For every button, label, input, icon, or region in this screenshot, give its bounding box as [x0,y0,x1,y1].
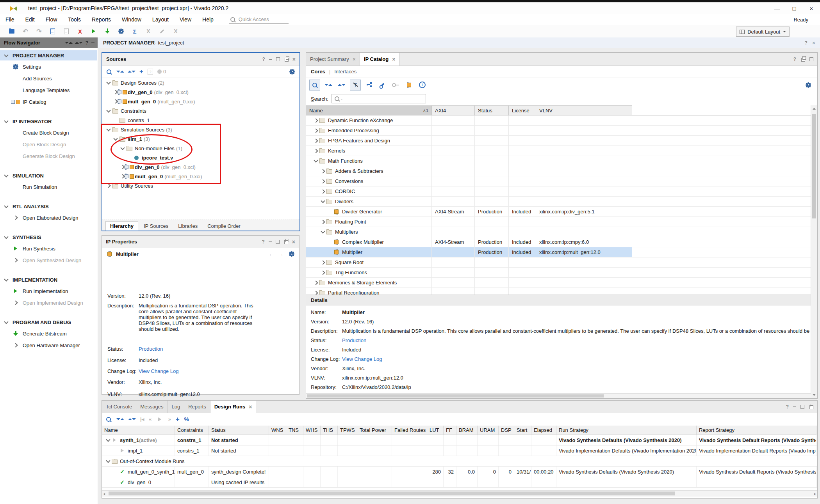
toolbar-redo-button[interactable]: ↷ [33,26,45,36]
chevron-right-icon[interactable] [106,183,111,188]
float-panel-icon[interactable] [801,58,805,62]
tree-item-div-gen-0[interactable]: div_gen_0(div_gen_0.xci) [102,87,299,97]
chevron-right-icon[interactable] [321,270,325,275]
tree-item-div-gen-0[interactable]: div_gen_0(div_gen_0.xci) [102,162,299,172]
chevron-down-icon[interactable] [321,229,325,233]
tab-hierarchy[interactable]: Hierarchy [105,221,138,231]
float-panel-icon[interactable] [284,240,288,244]
catalog-row-kernels[interactable]: Kernels [306,146,811,156]
float-panel-icon[interactable] [285,58,289,62]
tree-item-utility-sources[interactable]: Utility Sources [102,181,299,190]
field-value[interactable]: Production [139,346,163,352]
chevron-down-icon[interactable] [106,80,111,84]
filter-off-icon[interactable] [350,80,361,91]
tab-ip-sources[interactable]: IP Sources [139,222,173,231]
toolbar-validate-button[interactable]: X [142,26,155,36]
tree-item-ipcore-test-v[interactable]: ipcore_test.v [102,153,299,162]
tree-item-non-module-files[interactable]: Non-module Files(1) [102,144,299,153]
column-header-tns[interactable]: TNS [286,426,303,435]
help-icon[interactable]: ? [262,239,264,245]
catalog-row-math-functions[interactable]: Math Functions [306,156,811,166]
chevron-right-icon[interactable] [321,260,325,264]
sidebar-section-synthesis[interactable]: SYNTHESIS [0,232,97,242]
catalog-row-trig-functions[interactable]: Trig Functions [306,268,811,278]
menu-window[interactable]: Window [116,16,147,23]
run-row-synth-1[interactable]: synth_1 (active)constrs_1Not startedViva… [102,435,817,445]
column-header-tpws[interactable]: TPWS [338,426,357,435]
column-header-failed-routes[interactable]: Failed Routes [392,426,427,435]
search-input[interactable]: - [332,94,426,103]
catalog-row-multiplier[interactable]: MultiplierProductionIncludedxilinx.com:i… [306,247,811,257]
maximize-button[interactable]: □ [786,5,803,12]
menu-reports[interactable]: Reports [86,16,116,23]
catalog-row-adders-subtracters[interactable]: Adders & Subtracters [306,166,811,176]
maximize-panel-icon[interactable] [276,57,280,61]
percent-icon[interactable]: % [184,416,189,422]
column-header-total-power[interactable]: Total Power [357,426,392,435]
tree-item-constraints[interactable]: Constraints [102,106,299,115]
chevron-right-icon[interactable] [321,189,325,193]
menu-help[interactable]: Help [197,16,219,23]
tab-cores[interactable]: Cores [311,69,325,75]
collapse-all-icon[interactable] [65,39,72,46]
sidebar-item-open-synthesized-design[interactable]: Open Synthesized Design [0,255,97,265]
toolbar-clear-button[interactable]: X [169,26,182,36]
close-icon[interactable]: × [812,40,815,46]
search-icon[interactable] [105,68,112,75]
catalog-row-embedded-processing[interactable]: Embedded Processing [306,126,811,136]
customize-wrench-icon[interactable] [377,80,387,90]
tree-item-sim-1[interactable]: sim_1(3) [102,134,299,144]
collapse-all-icon[interactable] [117,68,124,75]
chevron-down-icon[interactable] [4,173,8,177]
tab-compile-order[interactable]: Compile Order [203,222,245,231]
chevron-right-icon[interactable] [321,179,325,183]
column-header-bram[interactable]: BRAM [456,426,478,435]
layout-selector[interactable]: Default Layout [736,27,790,37]
tab-ip-catalog[interactable]: IP Catalog× [360,53,400,66]
chevron-right-icon[interactable] [120,174,125,178]
info-icon[interactable]: i [417,80,427,90]
sidebar-item-add-sources[interactable]: Add Sources [0,73,97,83]
run-row-mult-gen-0-synth-1[interactable]: ✓mult_gen_0_synth_1mult_gen_0synth_desig… [102,467,817,477]
sidebar-section-rtl-analysis[interactable]: RTL ANALYSIS [0,201,97,211]
tree-item-mult-gen-0[interactable]: mult_gen_0(mult_gen_0.xci) [102,172,299,181]
chevron-right-icon[interactable] [314,149,318,153]
toolbar-settings-button[interactable] [115,26,127,36]
toolbar-undo-button[interactable]: ↶ [19,26,32,36]
horizontal-scrollbar[interactable]: ◂▸ [102,490,817,497]
minimize-panel-icon[interactable] [269,59,272,60]
chevron-down-icon[interactable] [4,119,8,123]
catalog-row-conversions[interactable]: Conversions [306,176,811,186]
sidebar-section-project-manager[interactable]: PROJECT MANAGER [0,50,97,60]
close-tab-icon[interactable]: × [249,404,252,410]
minimize-panel-icon[interactable] [91,43,94,43]
collapse-all-icon[interactable] [117,416,124,423]
close-tab-icon[interactable]: × [392,56,395,62]
chevron-right-icon[interactable] [314,138,318,143]
float-panel-icon[interactable] [809,405,813,409]
column-header-report-strategy[interactable]: Report Strategy [697,426,816,435]
column-header-start[interactable]: Start [514,426,531,435]
minimize-panel-icon[interactable] [793,406,796,407]
tab-log[interactable]: Log [168,401,184,413]
vertical-scrollbar[interactable] [811,105,817,398]
sidebar-item-open-block-design[interactable]: Open Block Design [0,139,97,149]
horizontal-scrollbar[interactable] [306,393,811,398]
collapse-all-icon[interactable] [323,80,333,90]
close-panel-icon[interactable]: × [292,239,295,245]
column-header-license[interactable]: License [509,105,536,115]
menu-edit[interactable]: Edit [20,16,40,23]
minimize-button[interactable]: — [768,5,786,12]
settings-gear-icon[interactable] [289,68,296,75]
ip-chip-icon[interactable] [404,80,414,90]
chevron-right-icon[interactable] [314,128,318,133]
tree-item-mult-gen-0[interactable]: mult_gen_0(mult_gen_0.xci) [102,97,299,106]
tree-item-simulation-sources[interactable]: Simulation Sources(3) [102,125,299,134]
expand-all-icon[interactable] [337,80,347,90]
catalog-row-multipliers[interactable]: Multipliers [306,227,811,237]
column-header-ff[interactable]: FF [444,426,456,435]
column-header-uram[interactable]: URAM [478,426,499,435]
catalog-row-dividers[interactable]: Dividers [306,197,811,207]
minimize-panel-icon[interactable] [269,241,272,242]
chevron-down-icon[interactable] [106,458,110,463]
